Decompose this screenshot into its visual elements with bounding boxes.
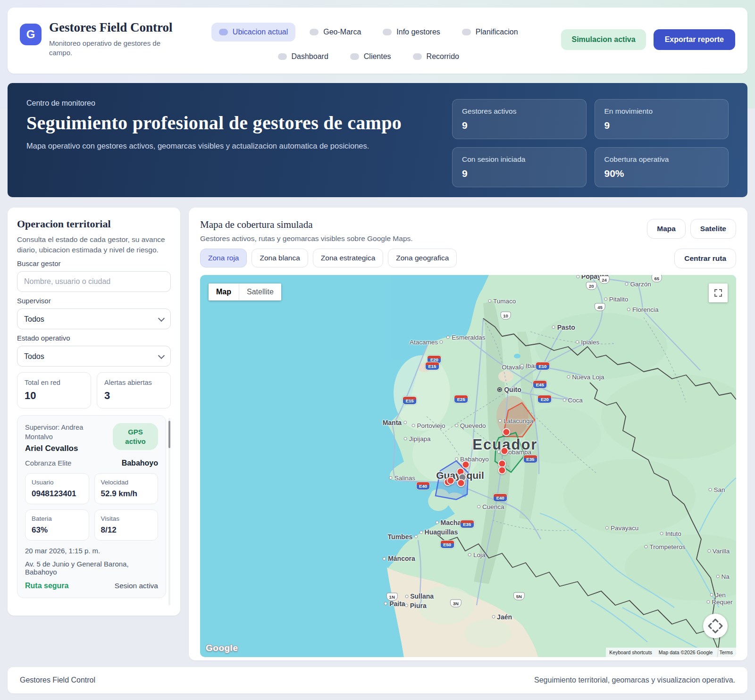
map-type-control: Map Satellite (209, 283, 281, 300)
fullscreen-button[interactable] (709, 283, 728, 302)
road-shield: E35 (460, 520, 474, 528)
satelite-view-button[interactable]: Satelite (690, 219, 736, 239)
road-shield: 10 (500, 311, 511, 319)
map-city-label: Tumaco (488, 298, 516, 305)
zone-chip[interactable]: Zona roja (200, 249, 247, 267)
road-shield: 65 (652, 275, 663, 283)
map-city-label: Na (716, 573, 729, 580)
road-shield: 45 (595, 303, 605, 311)
search-input[interactable] (17, 271, 171, 292)
city-dot-icon (403, 421, 407, 424)
agent-stat-bateria: Bateria 63% (25, 509, 89, 541)
supervisor-select[interactable]: Todos (17, 308, 171, 329)
supervisor-label: Supervisor (17, 297, 171, 305)
nav-item-label: Geo-Marca (323, 28, 361, 36)
agent-marker[interactable] (446, 476, 454, 484)
attribution-link[interactable]: Keyboard shortcuts (606, 648, 655, 657)
road-shield: 24 (599, 275, 610, 283)
zone-chips: Zona rojaZona blancaZona estrategicaZona… (200, 249, 457, 267)
map-panel-subtitle: Gestores activos, rutas y geomarcas visi… (200, 234, 413, 243)
map-city-label: Esmeraldas (446, 334, 485, 341)
city-dot-icon (562, 398, 566, 401)
agent-marker[interactable] (462, 460, 470, 468)
scrollbar-thumb[interactable] (168, 421, 170, 448)
agent-marker[interactable] (457, 479, 465, 487)
road-shield: E10 (535, 362, 550, 370)
map-city-label: Intuto (660, 530, 681, 537)
simulation-status-badge[interactable]: Simulacion activa (561, 29, 646, 50)
zone-chip[interactable]: Zona estrategica (313, 249, 383, 267)
agent-city: Babahoyo (122, 459, 158, 467)
stat-label: Cobertura operativa (604, 155, 719, 164)
city-dot-icon (411, 424, 415, 427)
pan-arrows-icon (703, 614, 728, 638)
agent-stat-visitas: Visitas 8/12 (94, 509, 159, 541)
nav-item[interactable]: Info gestores (375, 23, 448, 42)
attribution-link[interactable]: Map data ©2026 Google (655, 648, 716, 657)
city-dot-icon (389, 476, 393, 480)
city-dot-icon (405, 595, 408, 598)
city-dot-icon (436, 521, 439, 524)
supervisor-select-wrap: Todos (17, 308, 171, 329)
map-panel-title: Mapa de cobertura simulada (200, 219, 413, 231)
mapa-view-button[interactable]: Mapa (647, 219, 686, 239)
export-report-button[interactable]: Exportar reporte (654, 29, 735, 50)
map-city-label: Quevedo (455, 422, 486, 429)
city-dot-icon (576, 340, 579, 343)
city-dot-icon (605, 526, 609, 530)
zone-chip[interactable]: Zona geografica (388, 249, 457, 267)
nav-item[interactable]: Dashboard (270, 47, 336, 66)
city-dot-icon (576, 275, 579, 278)
stat-label: Gestores activos (462, 107, 577, 116)
app-title: Gestores Field Control (49, 21, 172, 35)
map-city-label: Jaén (492, 613, 512, 621)
map-city-label: Nueva Loja (567, 374, 604, 381)
agent-marker[interactable] (501, 447, 509, 455)
nav-item[interactable]: Geo-Marca (302, 23, 369, 42)
nav-item[interactable]: Planificacion (454, 23, 526, 42)
brand: G Gestores Field Control Monitoreo opera… (20, 17, 176, 58)
total-box: Total en red 10 (17, 372, 91, 408)
map-city-label: Garzón (625, 280, 651, 287)
agent-card[interactable]: Supervisor: Andrea Montalvo Ariel Cevall… (17, 415, 166, 598)
nav-item[interactable]: Recorrido (405, 47, 467, 66)
city-dot-icon (710, 593, 713, 596)
agent-list[interactable]: Supervisor: Andrea Montalvo Ariel Cevall… (17, 415, 171, 605)
attribution-link[interactable]: Terms (716, 648, 736, 657)
nav-item[interactable]: Clientes (343, 47, 399, 66)
zone-chip[interactable]: Zona blanca (252, 249, 308, 267)
hero-eyebrow: Centro de monitoreo (26, 99, 438, 108)
map-city-label: Paita (384, 600, 405, 608)
agent-supervisor: Supervisor: Andrea Montalvo (25, 423, 108, 442)
map-city-label: Pasto (552, 324, 575, 331)
city-dot-icon (716, 575, 719, 578)
road-shield: E50 (440, 540, 454, 549)
nav-item[interactable]: Ubicacion actual (211, 23, 295, 42)
stat-value: 9 (604, 120, 719, 131)
agent-team: Cobranza Elite (25, 459, 71, 467)
nav-item-label: Clientes (364, 52, 391, 61)
agent-stat-velocidad: Velocidad 52.9 km/h (94, 473, 159, 504)
agent-marker[interactable] (502, 428, 510, 436)
map-city-label: Sullana (405, 592, 434, 600)
map-city-label: Huaquillas (419, 528, 458, 536)
agent-timestamp: 20 mar 2026, 1:15 p. m. (25, 547, 158, 555)
city-dot-icon (455, 457, 458, 460)
map-attribution: Keyboard shortcutsMap data ©2026 GoogleT… (606, 648, 736, 657)
map-type-map-button[interactable]: Map (209, 283, 239, 300)
road-shield: E15 (403, 396, 417, 405)
center-route-button[interactable]: Centrar ruta (674, 249, 736, 268)
agent-marker[interactable] (498, 466, 506, 474)
nav-item-label: Recorrido (427, 52, 459, 61)
city-dot-icon (384, 602, 387, 605)
map-type-satellite-button[interactable]: Satellite (239, 283, 281, 300)
map-city-label: Portoviejo (411, 422, 445, 429)
pan-control[interactable] (703, 614, 728, 638)
city-dot-icon (497, 387, 502, 392)
map-city-label: Trompeteros (644, 543, 685, 550)
google-map[interactable]: Popayán Garzón Pitalito Florencia Tumaco… (200, 275, 736, 657)
city-dot-icon (446, 336, 450, 339)
map-city-label: Pavayacu (605, 525, 638, 532)
stat-value: 9 (462, 168, 577, 179)
estado-select[interactable]: Todos (17, 346, 171, 367)
